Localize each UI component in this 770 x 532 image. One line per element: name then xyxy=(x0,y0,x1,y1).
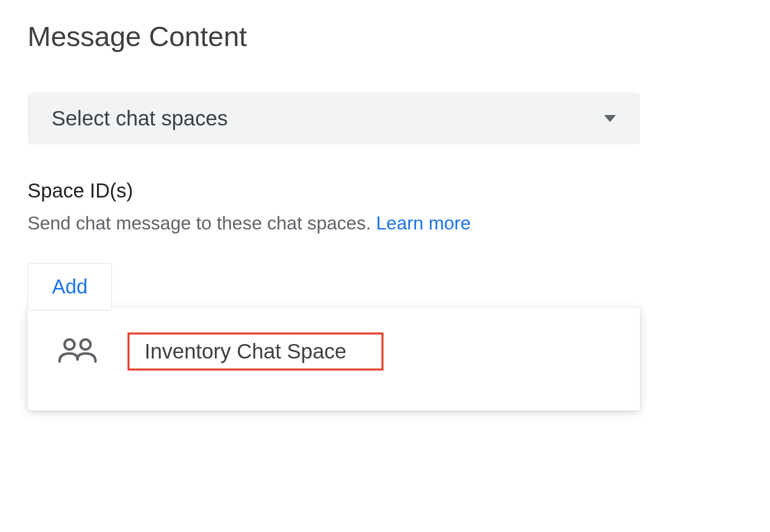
description-text: Send chat message to these chat spaces. xyxy=(28,213,376,234)
select-chat-spaces-dropdown[interactable]: Select chat spaces xyxy=(28,92,640,144)
space-ids-description: Send chat message to these chat spaces. … xyxy=(28,213,742,234)
highlight-box: Inventory Chat Space xyxy=(128,332,384,370)
chat-space-option[interactable]: Inventory Chat Space xyxy=(48,322,620,380)
chevron-down-icon xyxy=(604,115,616,122)
svg-point-2 xyxy=(64,340,74,350)
svg-point-3 xyxy=(80,340,90,350)
select-dropdown-label: Select chat spaces xyxy=(52,106,228,130)
message-content-panel: Message Content Select chat spaces Space… xyxy=(28,20,742,410)
space-ids-title: Space ID(s) xyxy=(28,180,742,202)
learn-more-link[interactable]: Learn more xyxy=(376,213,470,234)
add-button[interactable]: Add xyxy=(28,263,112,310)
add-button-label: Add xyxy=(52,276,88,298)
chat-space-option-label: Inventory Chat Space xyxy=(144,340,346,363)
people-icon xyxy=(58,336,98,366)
chat-space-dropdown-menu: Inventory Chat Space xyxy=(28,308,640,410)
page-title: Message Content xyxy=(28,20,742,52)
